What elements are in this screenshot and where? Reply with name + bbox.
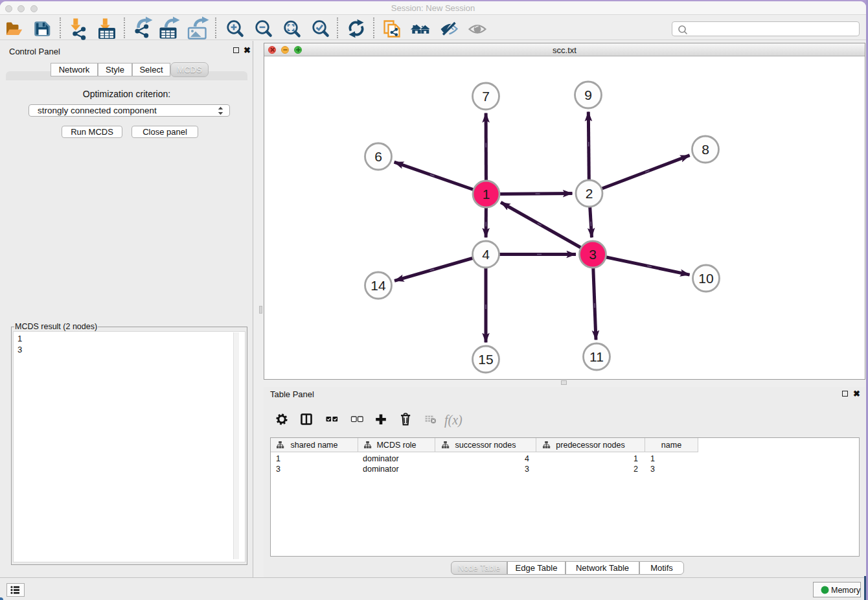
svg-text:f(x): f(x) (444, 413, 463, 428)
svg-text:3: 3 (589, 247, 597, 262)
svg-text:10: 10 (698, 271, 713, 286)
svg-text:14: 14 (371, 278, 386, 293)
svg-text:11: 11 (589, 349, 604, 364)
svg-text:8: 8 (702, 142, 709, 157)
svg-text:4: 4 (482, 247, 490, 262)
svg-text:6: 6 (374, 149, 382, 164)
svg-text:7: 7 (482, 89, 490, 104)
svg-text:9: 9 (584, 87, 592, 102)
svg-text:15: 15 (478, 352, 493, 367)
svg-text:1: 1 (483, 187, 490, 202)
svg-text:2: 2 (586, 186, 593, 201)
